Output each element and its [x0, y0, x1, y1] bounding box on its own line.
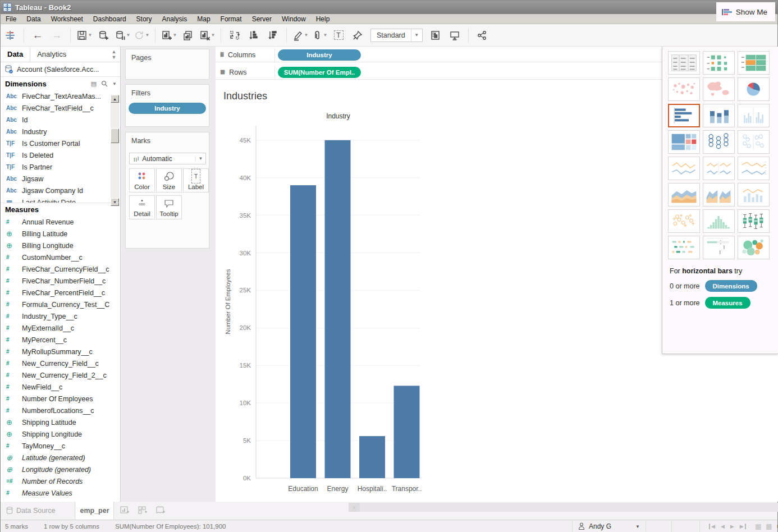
- menu-format[interactable]: Format: [216, 15, 247, 24]
- swap-rows-columns-icon[interactable]: [226, 27, 243, 44]
- field-new-currency-field-c[interactable]: #New_Currency_Field__c: [1, 357, 120, 369]
- horizontal-scrollbar[interactable]: [360, 503, 778, 512]
- field-mypercent-c[interactable]: #MyPercent__c: [1, 334, 120, 346]
- tab-scroll-box[interactable]: x: [349, 503, 360, 512]
- field-industry-type-c[interactable]: #Industry_Type__c: [1, 310, 120, 322]
- tableau-logo-icon[interactable]: [2, 27, 19, 44]
- presentation-mode-icon[interactable]: [446, 27, 463, 44]
- field-billing-latitude[interactable]: ⊕Billing Latitude: [1, 228, 120, 240]
- showme-pie-chart[interactable]: [738, 77, 770, 101]
- next-button[interactable]: ▶: [730, 524, 734, 529]
- showme-dual-combination[interactable]: [738, 183, 770, 207]
- showme-scatter-plot[interactable]: [668, 209, 700, 233]
- field-myexternalid-c[interactable]: #MyExternalId__c: [1, 322, 120, 334]
- bar-2[interactable]: [359, 436, 385, 478]
- field-fivechar-numberfield-c[interactable]: #FiveChar_NumberField__c: [1, 275, 120, 287]
- field-new-currency-field-2-c[interactable]: #New_Currency_Field_2__c: [1, 369, 120, 381]
- showme-horizontal-bars[interactable]: [668, 104, 700, 127]
- showme-filled-map[interactable]: [703, 77, 735, 101]
- first-button[interactable]: ◀: [709, 524, 715, 529]
- pane-menu-caret-icon[interactable]: ▼: [112, 81, 117, 86]
- field-fivechar-textfield-c[interactable]: AbcFiveChar_TextField__c: [1, 102, 111, 114]
- menu-server[interactable]: Server: [247, 15, 277, 24]
- field-customnumber-c[interactable]: #CustomNumber__c: [1, 251, 120, 263]
- previous-button[interactable]: ◀: [721, 524, 725, 529]
- field-number-of-employees[interactable]: #Number Of Employees: [1, 393, 120, 405]
- filmstrip-icon[interactable]: ▩: [766, 522, 772, 530]
- menu-window[interactable]: Window: [277, 15, 311, 24]
- field-fivechar-percentfield-c[interactable]: #FiveChar_PercentField__c: [1, 287, 120, 299]
- pause-updates-icon[interactable]: ▼: [114, 27, 131, 44]
- show-mark-labels-icon[interactable]: T: [330, 27, 347, 44]
- field-shipping-latitude[interactable]: ⊕Shipping Latitude: [1, 416, 120, 428]
- highlight-icon[interactable]: ▼: [292, 27, 309, 44]
- menu-analysis[interactable]: Analysis: [157, 15, 193, 24]
- showme-discrete-area[interactable]: [703, 183, 735, 207]
- new-datasource-icon[interactable]: [95, 27, 112, 44]
- field-annual-revenue[interactable]: #Annual Revenue: [1, 216, 120, 228]
- tab-analytics[interactable]: Analytics: [30, 47, 108, 62]
- field-is-customer-portal[interactable]: T|FIs Customer Portal: [1, 137, 111, 149]
- showme-histogram[interactable]: [703, 209, 735, 233]
- field-numberoflocations-c[interactable]: #NumberofLocations__c: [1, 405, 120, 416]
- show-me-button[interactable]: Show Me: [716, 2, 775, 21]
- data-source-tab[interactable]: Data Source: [1, 502, 75, 520]
- showme-side-by-side-bars[interactable]: [738, 104, 770, 127]
- columns-pill-industry[interactable]: Industry: [278, 49, 361, 61]
- field-taymoney-c[interactable]: #TayMoney__c: [1, 440, 120, 452]
- showme-stacked-bars[interactable]: [703, 104, 735, 127]
- field-number-of-records[interactable]: =#Number of Records: [1, 475, 120, 487]
- menu-map[interactable]: Map: [192, 15, 215, 24]
- share-icon[interactable]: [474, 27, 491, 44]
- field-shipping-longitude[interactable]: ⊕Shipping Longitude: [1, 428, 120, 440]
- dimensions-scrollbar[interactable]: ▲ ▼: [111, 95, 119, 206]
- new-story-button[interactable]: [153, 503, 168, 518]
- new-worksheet-icon[interactable]: ▼: [161, 27, 177, 44]
- member-grouping-icon[interactable]: ▼: [311, 27, 328, 44]
- menu-worksheet[interactable]: Worksheet: [46, 15, 88, 24]
- field-formula-currency-test-c[interactable]: #Formula_Currency_Test__C: [1, 299, 120, 310]
- new-dashboard-button[interactable]: [135, 503, 150, 518]
- tooltip-button[interactable]: Tooltip: [156, 195, 182, 219]
- showme-packed-bubbles[interactable]: [738, 236, 770, 259]
- bar-3[interactable]: [394, 386, 420, 478]
- search-icon[interactable]: [101, 80, 108, 87]
- fix-axes-icon[interactable]: [349, 27, 366, 44]
- showme-dual-lines[interactable]: [738, 157, 770, 180]
- showme-highlight-table[interactable]: [738, 51, 770, 75]
- showme-bullet-graph[interactable]: [703, 236, 735, 259]
- sheet-tab-emp-per[interactable]: emp_per: [76, 502, 114, 520]
- detail-button[interactable]: Detail: [129, 195, 155, 219]
- bar-0[interactable]: [290, 185, 316, 478]
- field-measure-values[interactable]: #Measure Values: [1, 487, 120, 498]
- menu-story[interactable]: Story: [131, 15, 157, 24]
- showme-side-by-side-circles[interactable]: [738, 130, 770, 154]
- showme-box-and-whisker[interactable]: [738, 209, 770, 233]
- show-sheets-icon[interactable]: ▦: [755, 522, 761, 530]
- bar-1[interactable]: [325, 140, 351, 478]
- scroll-thumb[interactable]: [111, 129, 119, 143]
- showme-treemap[interactable]: [668, 130, 700, 154]
- datasource-item[interactable]: Account (Salesforce.Acc...: [1, 62, 120, 77]
- field-myrollupsummary-c[interactable]: #MyRollupSummary__c: [1, 346, 120, 357]
- field-longitude-generated[interactable]: ⊕Longitude (generated): [1, 464, 120, 475]
- showme-continuous-lines[interactable]: [668, 157, 700, 180]
- size-button[interactable]: Size: [156, 168, 182, 192]
- showme-discrete-lines[interactable]: [703, 157, 735, 180]
- field-is-partner[interactable]: T|FIs Partner: [1, 161, 111, 173]
- field-fivechar-textareamas[interactable]: AbcFiveChar_TextAreaMas...: [1, 90, 111, 102]
- color-button[interactable]: Color: [129, 168, 155, 192]
- sort-ascending-icon[interactable]: [245, 27, 262, 44]
- field-billing-longitude[interactable]: ⊕Billing Longitude: [1, 240, 120, 251]
- field-is-deleted[interactable]: T|FIs Deleted: [1, 149, 111, 161]
- menu-file[interactable]: File: [1, 15, 21, 24]
- pane-sort-icon[interactable]: ▲▼: [108, 49, 120, 60]
- showme-circle-views[interactable]: [703, 130, 735, 154]
- field-jigsaw[interactable]: AbcJigsaw: [1, 173, 111, 185]
- field-id[interactable]: AbcId: [1, 114, 111, 126]
- user-dropdown[interactable]: Andy G ▼: [572, 520, 646, 532]
- clear-sheet-icon[interactable]: ▼: [199, 27, 216, 44]
- field-industry[interactable]: AbcIndustry: [1, 126, 111, 137]
- field-newfield-c[interactable]: #NewField__c: [1, 381, 120, 393]
- scroll-up-icon[interactable]: ▲: [111, 95, 119, 103]
